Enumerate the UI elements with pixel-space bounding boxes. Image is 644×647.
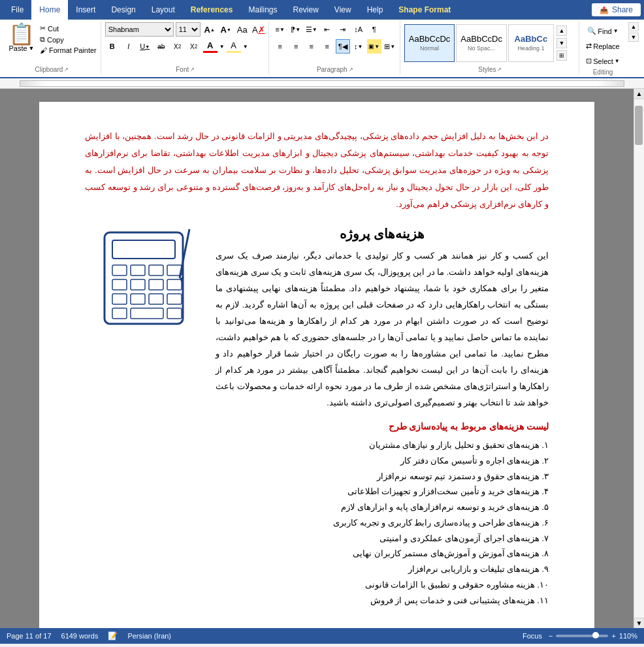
tab-review[interactable]: Review — [285, 0, 327, 20]
superscript-button[interactable]: X2 — [187, 39, 201, 54]
tab-help[interactable]: Help — [359, 0, 391, 20]
svg-rect-5 — [131, 265, 145, 276]
align-right-button[interactable]: ≡ — [304, 39, 319, 54]
align-center-button[interactable]: ≡ — [289, 39, 303, 54]
font-size-select[interactable]: 11 — [176, 22, 201, 37]
word-count: 6149 words — [61, 632, 99, 640]
bold-button[interactable]: B — [105, 39, 120, 54]
font-group-label: Font — [176, 66, 189, 73]
font-name-select[interactable]: Shabnam — [105, 22, 174, 37]
ribbon-scroll-down[interactable]: ▼ — [628, 33, 639, 42]
line-spacing-button[interactable]: ↕▼ — [351, 39, 366, 54]
format-painter-button[interactable]: 🖌 Format Painter — [39, 46, 98, 55]
bullets-button[interactable]: ≡▼ — [273, 22, 287, 37]
styles-scroll-down[interactable]: ▼ — [556, 38, 567, 48]
find-button[interactable]: 🔍 Find▼ — [583, 25, 622, 37]
para-row-2: ≡ ≡ ≡ ≡ ¶◀ ↕▼ ▣▼ ⊞▼ — [273, 38, 397, 55]
status-right: Focus − + 110% — [523, 632, 637, 640]
tab-file[interactable]: File — [3, 0, 31, 20]
styles-scroll-up[interactable]: ▲ — [556, 25, 567, 36]
copy-icon: ⧉ — [40, 35, 45, 44]
list-item: ۳. هزینه‌های حقوق و دستمزد تیم توسعه نرم… — [85, 469, 549, 485]
ribbon-scroll-up[interactable]: ▲ — [628, 22, 639, 31]
strikethrough-button[interactable]: ab — [154, 39, 169, 54]
multilevel-list-button[interactable]: ☰▼ — [304, 22, 319, 37]
highlight-dropdown[interactable]: ▼ — [243, 44, 248, 50]
select-button[interactable]: ⊡ Select▼ — [583, 55, 622, 67]
scroll-up-button[interactable]: ▲ — [634, 89, 645, 99]
tab-insert[interactable]: Insert — [68, 0, 103, 20]
borders-button[interactable]: ⊞▼ — [383, 39, 397, 54]
italic-button[interactable]: I — [121, 39, 136, 54]
paragraph-expand-icon[interactable]: ↗ — [349, 67, 353, 72]
decrease-indent-button[interactable]: ⇤ — [320, 22, 334, 37]
justify-button[interactable]: ≡ — [320, 39, 334, 54]
copy-label: Copy — [47, 36, 64, 44]
font-color-dropdown[interactable]: ▼ — [219, 44, 225, 50]
increase-indent-button[interactable]: ⇥ — [336, 22, 350, 37]
subscript-button[interactable]: X2 — [170, 39, 185, 54]
svg-rect-18 — [167, 308, 182, 319]
share-button[interactable]: 📤 Share — [592, 3, 641, 16]
font-style-row: B I U▼ ab X2 X2 A ▼ A ▼ — [105, 38, 266, 55]
list-item: ۲. هزینه‌های اجاره و تأسیس مکان دفتر کار — [85, 454, 549, 469]
copy-button[interactable]: ⧉ Copy — [39, 35, 98, 44]
section1-text: هزینه‌های پروژه این کسب و کار نیز همانند… — [216, 226, 549, 411]
find-dropdown[interactable]: ▼ — [613, 28, 619, 34]
sort-button[interactable]: ↕A — [351, 22, 366, 37]
svg-rect-8 — [112, 279, 127, 290]
zoom-out-button[interactable]: − — [549, 632, 553, 640]
tab-view[interactable]: View — [327, 0, 359, 20]
zoom-slider[interactable] — [556, 635, 608, 637]
font-color-button[interactable]: A — [203, 40, 217, 53]
svg-rect-17 — [131, 308, 163, 319]
tab-layout[interactable]: Layout — [144, 0, 183, 20]
zoom-in-button[interactable]: + — [611, 632, 615, 640]
clear-format-button[interactable]: A✗ — [251, 22, 266, 37]
cut-button[interactable]: ✂ Cut — [39, 24, 98, 33]
section1-title: هزینه‌های پروژه — [216, 226, 549, 242]
find-icon: 🔍 — [587, 27, 596, 35]
list-item: ۵. هزینه‌های خرید و توسعه نرم‌افزارهای پ… — [85, 500, 549, 516]
highlight-button[interactable]: A — [227, 40, 241, 53]
focus-label[interactable]: Focus — [523, 632, 542, 640]
font-color-icon: A — [207, 40, 213, 50]
align-left-button[interactable]: ≡ — [273, 39, 287, 54]
styles-expand-icon[interactable]: ↗ — [497, 67, 502, 72]
list-item: ۸. هزینه‌های آموزش و آموزش‌های مستمر کار… — [85, 546, 549, 562]
paragraph-group-label: Paragraph — [317, 66, 347, 73]
decrease-font-button[interactable]: A▼ — [219, 22, 233, 37]
replace-button[interactable]: ⇄ Replace — [583, 40, 622, 52]
style-no-spacing[interactable]: AaBbCcDc No Spac... — [456, 24, 507, 62]
underline-button[interactable]: U▼ — [138, 39, 152, 54]
tab-design[interactable]: Design — [103, 0, 143, 20]
show-formatting-button[interactable]: ¶ — [367, 22, 381, 37]
select-dropdown[interactable]: ▼ — [615, 58, 620, 64]
tab-shape-format[interactable]: Shape Format — [391, 0, 459, 20]
increase-font-button[interactable]: A▲ — [202, 22, 217, 37]
paste-button[interactable]: 📋 Paste ▼ — [6, 22, 37, 54]
highlight-icon: A — [231, 40, 236, 50]
change-case-button[interactable]: Aa — [235, 22, 250, 37]
tab-home[interactable]: Home — [31, 0, 68, 20]
styles-row: AaBbCcDc Normal AaBbCcDc No Spac... AaBb… — [404, 21, 576, 65]
page-info: Page 11 of 17 — [7, 632, 52, 640]
styles-more[interactable]: ⊞ — [556, 50, 567, 61]
clipboard-expand-icon[interactable]: ↗ — [64, 67, 69, 72]
scroll-down-button[interactable]: ▼ — [634, 618, 645, 628]
rtl-button[interactable]: ¶◀ — [336, 39, 350, 54]
style-heading1[interactable]: AaBbCc Heading 1 — [508, 24, 554, 62]
shading-button[interactable]: ▣▼ — [367, 39, 381, 54]
format-painter-icon: 🖌 — [40, 46, 47, 54]
scroll-thumb[interactable] — [635, 106, 643, 145]
scroll-track[interactable] — [634, 99, 645, 618]
numbering-button[interactable]: ⁋▼ — [289, 22, 303, 37]
style-normal[interactable]: AaBbCcDc Normal — [404, 24, 455, 62]
svg-rect-9 — [131, 279, 145, 290]
styles-group: AaBbCcDc Normal AaBbCcDc No Spac... AaBb… — [402, 21, 579, 74]
tab-mailings[interactable]: Mailings — [240, 0, 285, 20]
tab-references[interactable]: References — [183, 0, 241, 20]
ribbon-content: 📋 Paste ▼ ✂ Cut ⧉ Copy 🖌 Format Painter — [0, 20, 644, 78]
zoom-controls: − + 110% — [549, 632, 637, 640]
font-expand-icon[interactable]: ↗ — [190, 67, 195, 72]
